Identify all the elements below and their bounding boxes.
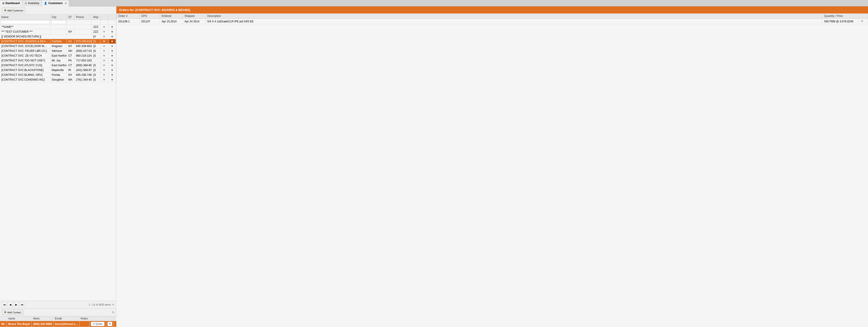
customer-dropdown-button[interactable]: ▼ bbox=[109, 39, 115, 43]
customer-eye-cell: 👁 bbox=[100, 34, 108, 39]
customer-city bbox=[50, 29, 67, 34]
customer-dropdown-cell: ▼ bbox=[108, 78, 116, 82]
col-header-city: City bbox=[50, 14, 67, 20]
order-view-cell: 👁 bbox=[859, 19, 868, 24]
filter-city-input[interactable] bbox=[51, 20, 66, 24]
col-header-contact-edit bbox=[106, 316, 114, 321]
contacts-refresh-icon[interactable]: ↻ bbox=[112, 311, 114, 314]
refresh-icon[interactable]: ↻ bbox=[112, 303, 114, 306]
contact-row[interactable]: Mr. Bruce The Buyer (860) 242-9988 bruce… bbox=[0, 321, 117, 327]
customer-row[interactable]: [CONTRACT SVC: BOARDS & BEAMS] Fairfield… bbox=[0, 39, 116, 44]
add-customer-button[interactable]: ✚ Add Customer bbox=[2, 8, 25, 13]
customer-eye-cell: 👁 bbox=[100, 72, 108, 78]
customer-st: NJ bbox=[67, 39, 74, 44]
last-page-button[interactable]: ⏭ bbox=[20, 302, 25, 307]
customer-view-button[interactable]: 👁 bbox=[103, 64, 106, 67]
prev-page-button[interactable]: ◀ bbox=[8, 302, 13, 307]
customer-st: CT bbox=[67, 54, 74, 58]
customer-city: Mt. Joy bbox=[50, 58, 67, 63]
customer-dropdown-button[interactable]: ▼ bbox=[110, 44, 115, 49]
customer-dropdown-cell: ▼ bbox=[108, 29, 116, 34]
customers-icon: 👤 bbox=[44, 2, 47, 5]
customer-dropdown-button[interactable]: ▼ bbox=[110, 78, 115, 82]
customer-row[interactable]: [[ VENDOR M'CHDS.RETURN ]] [V 👁 ▼ bbox=[0, 34, 116, 39]
orders-header-text: Orders for: [CONTRACT SVC: BOARDS & BEAM… bbox=[119, 8, 190, 12]
customer-eye-cell: 👁 bbox=[100, 58, 108, 63]
order-cpo: 331107 bbox=[139, 19, 160, 24]
orders-header: Orders for: [CONTRACT SVC: BOARDS & BEAM… bbox=[116, 6, 868, 13]
order-view-button[interactable]: 👁 bbox=[861, 20, 864, 23]
customer-city: Kingston bbox=[50, 44, 67, 49]
customer-eye-cell: 👁 bbox=[100, 54, 108, 58]
customer-st: NH bbox=[67, 49, 74, 54]
customer-row[interactable]: [CONTRACT SVC:*DO NOT USE!*] Mt. Joy PA … bbox=[0, 58, 116, 63]
customer-filter-row bbox=[0, 20, 116, 25]
customer-view-button[interactable]: 👁 bbox=[103, 49, 106, 53]
add-contact-button[interactable]: ✚ Add Contact bbox=[2, 310, 23, 315]
customer-dropdown-cell: ▼ bbox=[108, 58, 116, 63]
customer-dropdown-button[interactable]: ▼ bbox=[110, 73, 115, 77]
quote-button[interactable]: ✏ Quote bbox=[91, 322, 104, 326]
edit-button[interactable]: ✎ bbox=[107, 322, 112, 326]
tab-inventory-label: Inventory bbox=[28, 2, 39, 5]
customer-name: [CONTRACT SVC:BLMNG. GRV] bbox=[0, 72, 50, 78]
customer-view-button[interactable]: 👁 bbox=[103, 25, 106, 29]
tab-dashboard-label: Dashboard bbox=[5, 2, 20, 5]
pagination-bar: ⏮ ◀ ▶ ⏭ 1 - 12 of 3825 items ↻ bbox=[0, 301, 116, 308]
customer-row[interactable]: [CONTRACT SVC: ZE-VO TECH East Hartford … bbox=[0, 54, 116, 58]
customer-row[interactable]: *** TEST CUSTOMER *** NY ZZZ 👁 ▼ bbox=[0, 29, 116, 34]
tab-customers[interactable]: 👤 Customers ✕ bbox=[42, 0, 69, 6]
customer-row[interactable]: **SAME** ZZZ 👁 ▼ bbox=[0, 25, 116, 29]
filter-name-input[interactable] bbox=[1, 20, 50, 24]
tab-inventory[interactable]: ☰ Inventory bbox=[22, 0, 42, 6]
tab-dashboard[interactable]: ⊞ Dashboard bbox=[0, 0, 22, 6]
next-page-button[interactable]: ▶ bbox=[14, 302, 19, 307]
first-page-button[interactable]: ⏮ bbox=[2, 302, 7, 307]
col-header-shipped: Shipped bbox=[183, 13, 205, 19]
customer-view-button[interactable]: 👁 bbox=[103, 73, 106, 77]
customer-dropdown-button[interactable]: ▼ bbox=[110, 54, 115, 58]
customer-dropdown-button[interactable]: ▼ bbox=[110, 63, 115, 68]
customer-dropdown-button[interactable]: ▼ bbox=[110, 30, 115, 34]
customer-city bbox=[50, 34, 67, 39]
customer-row[interactable]: [CONTRACT SVC:COHENNO INC] Stoughton MA … bbox=[0, 78, 116, 82]
close-icon[interactable]: ✕ bbox=[65, 2, 67, 5]
customer-rep: [S bbox=[92, 78, 100, 82]
customer-dropdown-button[interactable]: ▼ bbox=[110, 58, 115, 63]
add-contact-icon: ✚ bbox=[4, 310, 6, 314]
customer-view-button[interactable]: 👁 bbox=[103, 59, 106, 62]
col-header-qty-price: Quantity / Price bbox=[823, 13, 859, 19]
customer-row[interactable]: [CONTRACT SVC:BLACKSTONE] Mapleville RI … bbox=[0, 68, 116, 72]
customer-view-button[interactable]: 👁 bbox=[103, 40, 106, 43]
col-header-contact-email: Email bbox=[53, 316, 79, 321]
customer-name: *** TEST CUSTOMER *** bbox=[0, 29, 50, 34]
customer-view-button[interactable]: 👁 bbox=[103, 68, 106, 72]
customer-city: Atkinson bbox=[50, 49, 67, 54]
customer-view-button[interactable]: 👁 bbox=[103, 35, 106, 38]
customer-view-button[interactable]: 👁 bbox=[103, 78, 106, 82]
customer-dropdown-button[interactable]: ▼ bbox=[110, 68, 115, 72]
tab-bar: ⊞ Dashboard ☰ Inventory 👤 Customers ✕ bbox=[0, 0, 868, 6]
customer-city: Stoughton bbox=[50, 78, 67, 82]
customer-view-button[interactable]: 👁 bbox=[103, 44, 106, 48]
right-panel: Orders for: [CONTRACT SVC: BOARDS & BEAM… bbox=[116, 6, 868, 327]
customer-dropdown-button[interactable]: ▼ bbox=[110, 34, 115, 39]
customer-view-button[interactable]: 👁 bbox=[103, 30, 106, 34]
inventory-icon: ☰ bbox=[25, 2, 27, 5]
customer-row[interactable]: [CONTRACT SVC:BLMNG. GRV] Florida NY 845… bbox=[0, 72, 116, 78]
contact-work: (860) 242-9988 bbox=[32, 321, 53, 327]
customer-rep: ZZZ bbox=[92, 29, 100, 34]
customer-dropdown-button[interactable]: ▼ bbox=[110, 49, 115, 53]
main-content: ✚ Add Customer Name City ST Phone Rep bbox=[0, 6, 868, 327]
customer-dropdown-button[interactable]: ▼ bbox=[110, 25, 115, 29]
order-row[interactable]: 331108-1 331107 Apr 15,2014 Apr 24 2014 … bbox=[116, 19, 868, 24]
contact-salutation: Mr. bbox=[0, 321, 7, 327]
customer-view-button[interactable]: 👁 bbox=[103, 54, 106, 58]
customer-row[interactable]: [CONTRACT SVC: EXCELSIOR WD PR Kingston … bbox=[0, 44, 116, 49]
customer-name: [CONTRACT SVC: BOARDS & BEAMS] bbox=[0, 39, 50, 44]
customer-st bbox=[67, 34, 74, 39]
customer-name: [CONTRACT SVC:*DO NOT USE!*] bbox=[0, 58, 50, 63]
customer-table: Name City ST Phone Rep bbox=[0, 14, 116, 82]
customer-row[interactable]: [CONTRACT SVC:ATLNTC CUS] East Hartford … bbox=[0, 63, 116, 68]
customer-row[interactable]: [CONTRACT SVC: FEUER LBR.CO.] Atkinson N… bbox=[0, 49, 116, 54]
